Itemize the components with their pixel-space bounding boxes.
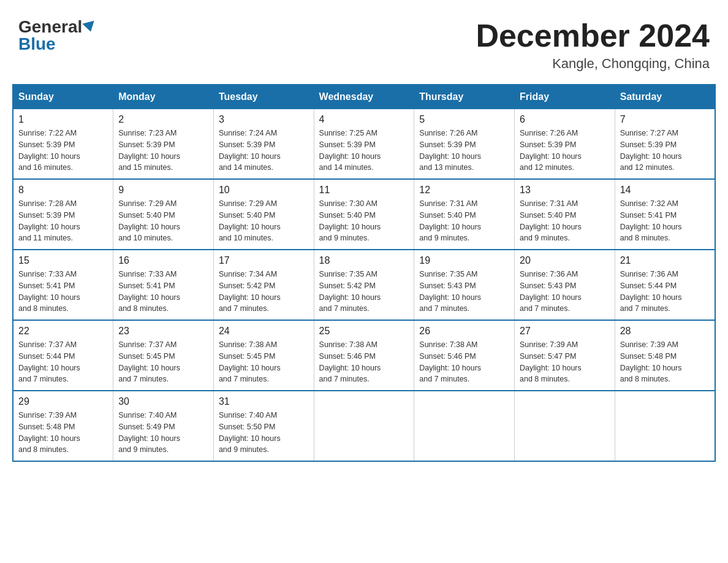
day-number: 6	[520, 114, 610, 125]
calendar-week-row: 29 Sunrise: 7:39 AM Sunset: 5:48 PM Dayl…	[13, 391, 715, 461]
day-info: Sunrise: 7:36 AM Sunset: 5:43 PM Dayligh…	[520, 269, 610, 315]
day-info: Sunrise: 7:31 AM Sunset: 5:40 PM Dayligh…	[419, 198, 509, 244]
day-number: 26	[419, 326, 509, 337]
calendar-day-cell: 23 Sunrise: 7:37 AM Sunset: 5:45 PM Dayl…	[113, 320, 214, 391]
day-number: 3	[219, 114, 309, 125]
header-tuesday: Tuesday	[213, 85, 314, 109]
day-info: Sunrise: 7:37 AM Sunset: 5:45 PM Dayligh…	[118, 339, 208, 385]
calendar-day-cell: 24 Sunrise: 7:38 AM Sunset: 5:45 PM Dayl…	[213, 320, 314, 391]
calendar-day-cell: 3 Sunrise: 7:24 AM Sunset: 5:39 PM Dayli…	[213, 109, 314, 180]
day-info: Sunrise: 7:40 AM Sunset: 5:50 PM Dayligh…	[219, 410, 309, 456]
calendar-day-cell	[314, 391, 414, 461]
day-number: 12	[419, 185, 509, 196]
calendar-day-cell: 21 Sunrise: 7:36 AM Sunset: 5:44 PM Dayl…	[615, 250, 715, 320]
logo-blue-text: Blue	[18, 36, 56, 53]
day-info: Sunrise: 7:40 AM Sunset: 5:49 PM Dayligh…	[118, 410, 208, 456]
day-number: 11	[319, 185, 409, 196]
day-number: 18	[319, 255, 409, 266]
calendar-header-row: SundayMondayTuesdayWednesdayThursdayFrid…	[13, 85, 715, 109]
calendar-day-cell: 11 Sunrise: 7:30 AM Sunset: 5:40 PM Dayl…	[314, 179, 414, 250]
calendar-day-cell: 10 Sunrise: 7:29 AM Sunset: 5:40 PM Dayl…	[213, 179, 314, 250]
header-sunday: Sunday	[13, 85, 113, 109]
day-info: Sunrise: 7:38 AM Sunset: 5:45 PM Dayligh…	[219, 339, 309, 385]
calendar-day-cell: 12 Sunrise: 7:31 AM Sunset: 5:40 PM Dayl…	[414, 179, 515, 250]
header-friday: Friday	[515, 85, 615, 109]
header-saturday: Saturday	[615, 85, 715, 109]
day-info: Sunrise: 7:24 AM Sunset: 5:39 PM Dayligh…	[219, 128, 309, 174]
calendar-day-cell: 15 Sunrise: 7:33 AM Sunset: 5:41 PM Dayl…	[13, 250, 113, 320]
day-number: 19	[419, 255, 509, 266]
header-monday: Monday	[113, 85, 214, 109]
day-number: 16	[118, 255, 208, 266]
day-info: Sunrise: 7:36 AM Sunset: 5:44 PM Dayligh…	[620, 269, 710, 315]
day-info: Sunrise: 7:30 AM Sunset: 5:40 PM Dayligh…	[319, 198, 409, 244]
day-number: 1	[18, 114, 108, 125]
day-info: Sunrise: 7:33 AM Sunset: 5:41 PM Dayligh…	[18, 269, 108, 315]
day-info: Sunrise: 7:29 AM Sunset: 5:40 PM Dayligh…	[219, 198, 309, 244]
calendar-week-row: 1 Sunrise: 7:22 AM Sunset: 5:39 PM Dayli…	[13, 109, 715, 180]
title-section: December 2024 Kangle, Chongqing, China	[476, 18, 710, 72]
day-number: 25	[319, 326, 409, 337]
logo-triangle-icon	[83, 21, 97, 34]
calendar-day-cell: 4 Sunrise: 7:25 AM Sunset: 5:39 PM Dayli…	[314, 109, 414, 180]
day-info: Sunrise: 7:39 AM Sunset: 5:47 PM Dayligh…	[520, 339, 610, 385]
calendar-day-cell: 2 Sunrise: 7:23 AM Sunset: 5:39 PM Dayli…	[113, 109, 214, 180]
calendar-day-cell	[414, 391, 515, 461]
day-info: Sunrise: 7:25 AM Sunset: 5:39 PM Dayligh…	[319, 128, 409, 174]
calendar-day-cell: 9 Sunrise: 7:29 AM Sunset: 5:40 PM Dayli…	[113, 179, 214, 250]
calendar-day-cell: 13 Sunrise: 7:31 AM Sunset: 5:40 PM Dayl…	[515, 179, 615, 250]
day-number: 7	[620, 114, 710, 125]
calendar-week-row: 22 Sunrise: 7:37 AM Sunset: 5:44 PM Dayl…	[13, 320, 715, 391]
day-number: 17	[219, 255, 309, 266]
calendar-day-cell	[515, 391, 615, 461]
day-info: Sunrise: 7:26 AM Sunset: 5:39 PM Dayligh…	[419, 128, 509, 174]
day-number: 9	[118, 185, 208, 196]
calendar-day-cell: 16 Sunrise: 7:33 AM Sunset: 5:41 PM Dayl…	[113, 250, 214, 320]
day-info: Sunrise: 7:37 AM Sunset: 5:44 PM Dayligh…	[18, 339, 108, 385]
day-number: 2	[118, 114, 208, 125]
day-number: 10	[219, 185, 309, 196]
logo-general-text: General	[18, 18, 82, 36]
day-info: Sunrise: 7:34 AM Sunset: 5:42 PM Dayligh…	[219, 269, 309, 315]
calendar-day-cell: 20 Sunrise: 7:36 AM Sunset: 5:43 PM Dayl…	[515, 250, 615, 320]
day-number: 31	[219, 396, 309, 407]
calendar-day-cell: 14 Sunrise: 7:32 AM Sunset: 5:41 PM Dayl…	[615, 179, 715, 250]
calendar-day-cell: 1 Sunrise: 7:22 AM Sunset: 5:39 PM Dayli…	[13, 109, 113, 180]
calendar-week-row: 8 Sunrise: 7:28 AM Sunset: 5:39 PM Dayli…	[13, 179, 715, 250]
day-info: Sunrise: 7:31 AM Sunset: 5:40 PM Dayligh…	[520, 198, 610, 244]
day-info: Sunrise: 7:28 AM Sunset: 5:39 PM Dayligh…	[18, 198, 108, 244]
day-number: 28	[620, 326, 710, 337]
header-wednesday: Wednesday	[314, 85, 414, 109]
calendar-day-cell: 27 Sunrise: 7:39 AM Sunset: 5:47 PM Dayl…	[515, 320, 615, 391]
day-number: 30	[118, 396, 208, 407]
calendar-day-cell: 8 Sunrise: 7:28 AM Sunset: 5:39 PM Dayli…	[13, 179, 113, 250]
day-info: Sunrise: 7:39 AM Sunset: 5:48 PM Dayligh…	[620, 339, 710, 385]
day-number: 29	[18, 396, 108, 407]
day-number: 5	[419, 114, 509, 125]
day-number: 8	[18, 185, 108, 196]
day-info: Sunrise: 7:27 AM Sunset: 5:39 PM Dayligh…	[620, 128, 710, 174]
calendar-day-cell	[615, 391, 715, 461]
calendar-day-cell: 7 Sunrise: 7:27 AM Sunset: 5:39 PM Dayli…	[615, 109, 715, 180]
day-info: Sunrise: 7:38 AM Sunset: 5:46 PM Dayligh…	[419, 339, 509, 385]
day-number: 21	[620, 255, 710, 266]
calendar-week-row: 15 Sunrise: 7:33 AM Sunset: 5:41 PM Dayl…	[13, 250, 715, 320]
day-info: Sunrise: 7:32 AM Sunset: 5:41 PM Dayligh…	[620, 198, 710, 244]
day-info: Sunrise: 7:35 AM Sunset: 5:42 PM Dayligh…	[319, 269, 409, 315]
day-info: Sunrise: 7:39 AM Sunset: 5:48 PM Dayligh…	[18, 410, 108, 456]
calendar-day-cell: 18 Sunrise: 7:35 AM Sunset: 5:42 PM Dayl…	[314, 250, 414, 320]
page-header: General Blue December 2024 Kangle, Chong…	[12, 12, 716, 72]
day-number: 14	[620, 185, 710, 196]
calendar-day-cell: 5 Sunrise: 7:26 AM Sunset: 5:39 PM Dayli…	[414, 109, 515, 180]
day-info: Sunrise: 7:35 AM Sunset: 5:43 PM Dayligh…	[419, 269, 509, 315]
calendar-day-cell: 29 Sunrise: 7:39 AM Sunset: 5:48 PM Dayl…	[13, 391, 113, 461]
day-number: 23	[118, 326, 208, 337]
month-title: December 2024	[476, 18, 710, 53]
calendar-day-cell: 30 Sunrise: 7:40 AM Sunset: 5:49 PM Dayl…	[113, 391, 214, 461]
logo: General Blue	[18, 18, 96, 53]
day-info: Sunrise: 7:29 AM Sunset: 5:40 PM Dayligh…	[118, 198, 208, 244]
calendar-day-cell: 26 Sunrise: 7:38 AM Sunset: 5:46 PM Dayl…	[414, 320, 515, 391]
day-number: 13	[520, 185, 610, 196]
day-info: Sunrise: 7:22 AM Sunset: 5:39 PM Dayligh…	[18, 128, 108, 174]
calendar-table: SundayMondayTuesdayWednesdayThursdayFrid…	[12, 84, 716, 462]
